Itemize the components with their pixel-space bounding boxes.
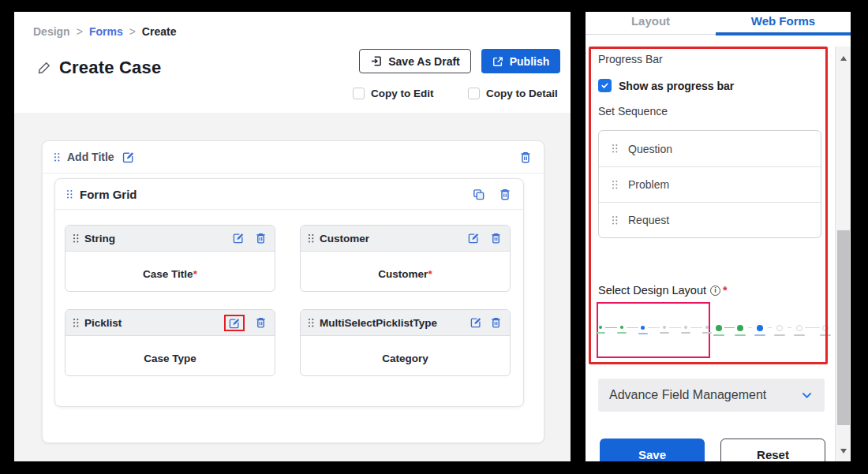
drag-handle-icon[interactable]	[612, 144, 618, 153]
edit-icon[interactable]	[467, 232, 480, 244]
page-title-row: Create Case	[38, 58, 161, 78]
checkmark-icon	[600, 81, 609, 90]
advance-field-management-accordion[interactable]: Advance Field Management	[598, 379, 825, 412]
reset-button[interactable]: Reset	[720, 439, 825, 461]
add-title-section: Add Title Form Grid	[42, 140, 544, 443]
edit-icon[interactable]	[470, 316, 482, 329]
panel-scrollbar[interactable]	[835, 47, 851, 461]
field-label-text: Customer	[378, 268, 428, 280]
select-design-layout-row: Select Design Layout i *	[598, 284, 728, 297]
scroll-down-arrow-icon[interactable]	[840, 449, 847, 453]
copy-to-detail-row: Copy to Detail	[468, 88, 558, 99]
save-as-draft-button[interactable]: Save As Draft	[359, 49, 471, 73]
field-type-label: MultiSelectPicklistType	[320, 317, 437, 329]
sequence-item-label: Question	[628, 143, 672, 155]
breadcrumb-separator: >	[129, 25, 136, 38]
breadcrumb-forms[interactable]: Forms	[89, 25, 123, 38]
edit-icon[interactable]	[122, 151, 135, 164]
info-icon[interactable]: i	[710, 286, 720, 296]
copy-to-detail-checkbox[interactable]	[468, 88, 480, 99]
field-type-label: Picklist	[84, 317, 122, 329]
breadcrumb-design[interactable]: Design	[33, 25, 70, 38]
annotation-highlight-box	[224, 315, 245, 331]
publish-label: Publish	[510, 55, 550, 68]
copy-icon[interactable]	[472, 188, 485, 201]
drag-handle-icon[interactable]	[73, 234, 79, 243]
field-label: Customer*	[301, 268, 510, 280]
design-layout-option-small[interactable]	[597, 302, 710, 358]
sequence-item-problem[interactable]: Problem	[599, 166, 821, 202]
form-grid-section: Form Grid String	[54, 178, 524, 407]
tab-layout[interactable]: Layout	[586, 14, 716, 32]
add-title-header: Add Title	[43, 141, 544, 174]
chevron-down-icon	[800, 389, 814, 402]
sequence-item-request[interactable]: Request	[599, 202, 821, 237]
active-tab-indicator	[716, 32, 851, 35]
form-grid-label: Form Grid	[80, 188, 137, 201]
drag-handle-icon[interactable]	[54, 153, 60, 162]
set-sequence-label: Set Sequence	[598, 105, 668, 118]
field-type-label: Customer	[320, 233, 369, 244]
save-as-draft-label: Save As Draft	[388, 55, 460, 68]
drag-handle-icon[interactable]	[67, 190, 73, 199]
edit-icon[interactable]	[228, 317, 241, 330]
publish-button[interactable]: Publish	[481, 49, 560, 73]
breadcrumb-separator: >	[77, 25, 83, 38]
field-card-header: Customer	[301, 226, 510, 252]
form-grid-header: Form Grid	[55, 179, 523, 210]
field-card-string: String Case Title*	[65, 225, 275, 292]
form-designer-canvas: Add Title Form Grid	[14, 113, 571, 461]
drag-handle-icon[interactable]	[309, 319, 314, 327]
field-card-customer: Customer Customer*	[300, 225, 511, 292]
field-card-header: Picklist	[65, 310, 275, 336]
field-card-header: MultiSelectPicklistType	[301, 310, 510, 336]
field-label: Case Title*	[65, 268, 275, 280]
required-asterisk: *	[428, 268, 432, 280]
sequence-list: Question Problem Request	[598, 130, 821, 238]
required-asterisk: *	[723, 284, 728, 297]
copy-to-edit-checkbox[interactable]	[353, 88, 365, 99]
field-label: Case Type	[65, 353, 275, 364]
sequence-item-question[interactable]: Question	[599, 131, 821, 166]
delete-icon[interactable]	[490, 232, 502, 244]
scroll-up-arrow-icon[interactable]	[840, 56, 847, 61]
save-button[interactable]: Save	[600, 439, 705, 461]
stepper-preview-large-icon	[713, 325, 831, 336]
page-title: Create Case	[59, 58, 161, 78]
delete-icon[interactable]	[519, 151, 532, 164]
select-design-layout-label: Select Design Layout	[598, 284, 706, 297]
field-card-picklist: Picklist C	[65, 309, 275, 376]
save-draft-icon	[370, 55, 382, 67]
drag-handle-icon[interactable]	[73, 319, 79, 327]
copy-to-edit-label: Copy to Edit	[371, 88, 434, 99]
drag-handle-icon[interactable]	[612, 216, 618, 225]
sequence-item-label: Problem	[628, 178, 669, 191]
edit-title-pencil-icon[interactable]	[38, 62, 51, 74]
publish-icon	[492, 56, 503, 67]
delete-icon[interactable]	[255, 232, 267, 244]
show-as-progress-bar-label: Show as progress bar	[619, 80, 734, 92]
drag-handle-icon[interactable]	[309, 234, 314, 243]
breadcrumb-create: Create	[142, 25, 177, 38]
required-asterisk: *	[193, 268, 197, 280]
show-as-progress-bar-checkbox[interactable]	[598, 79, 612, 92]
add-title-label: Add Title	[67, 151, 114, 163]
drag-handle-icon[interactable]	[612, 181, 618, 189]
field-label-text: Case Type	[144, 353, 196, 364]
copy-to-detail-label: Copy to Detail	[486, 88, 558, 99]
sequence-item-label: Request	[628, 214, 669, 226]
properties-panel: Layout Web Forms Progress Bar Show as pr…	[586, 12, 851, 461]
breadcrumb: Design > Forms > Create	[33, 25, 176, 38]
delete-icon[interactable]	[499, 188, 511, 201]
field-label-text: Category	[382, 353, 428, 364]
field-card-multiselectpicklisttype: MultiSelectPicklistType Category	[300, 309, 511, 376]
field-card-header: String	[65, 226, 275, 252]
edit-icon[interactable]	[232, 232, 245, 244]
tab-web-forms[interactable]: Web Forms	[716, 14, 851, 32]
copy-to-edit-row: Copy to Edit	[353, 88, 434, 99]
progress-bar-label: Progress Bar	[598, 53, 663, 65]
design-layout-option-large[interactable]	[715, 302, 829, 358]
delete-icon[interactable]	[255, 316, 267, 329]
delete-icon[interactable]	[490, 316, 502, 329]
scrollbar-thumb[interactable]	[837, 230, 850, 425]
